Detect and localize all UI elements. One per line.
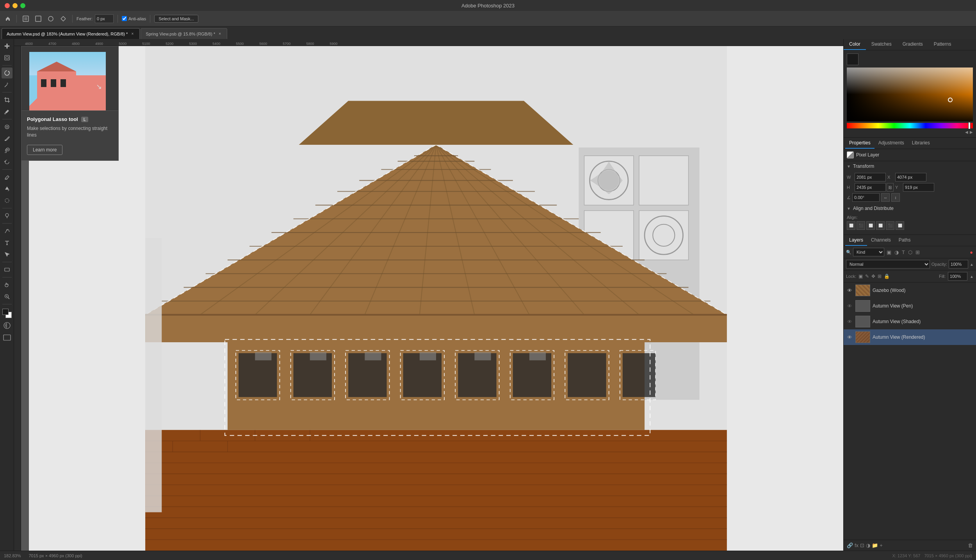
tab-patterns[interactable]: Patterns xyxy=(928,39,957,50)
close-button[interactable] xyxy=(5,3,10,8)
text-tool[interactable] xyxy=(2,237,12,248)
learn-more-button[interactable]: Learn more xyxy=(27,145,62,155)
layer-item-shaded[interactable]: 👁 Autumn View (Shaded) xyxy=(844,314,976,329)
tool-select-btn[interactable] xyxy=(21,14,31,23)
x-input[interactable] xyxy=(895,173,926,181)
foreground-color[interactable] xyxy=(2,309,9,315)
layer-visibility-1[interactable]: 👁 xyxy=(846,288,853,293)
hue-slider[interactable] xyxy=(847,123,973,128)
layer-filter-select[interactable]: Kind Name Effect Mode xyxy=(853,248,884,256)
layer-item-rendered[interactable]: 👁 Autumn View (Rendered) xyxy=(844,329,976,345)
anti-alias-checkbox[interactable] xyxy=(122,16,127,21)
align-right-button[interactable]: ⬜ xyxy=(866,221,875,230)
tab-layers[interactable]: Layers xyxy=(845,235,867,246)
lock-artboard-btn[interactable]: ⊞ xyxy=(878,274,882,279)
opacity-input[interactable] xyxy=(949,260,968,268)
layer-visibility-2[interactable]: 👁 xyxy=(846,303,853,309)
fill-input[interactable] xyxy=(948,272,967,281)
tab-adjustments[interactable]: Adjustments xyxy=(874,138,908,149)
tool-option-3[interactable] xyxy=(58,14,68,23)
tab-close-2[interactable]: × xyxy=(217,32,222,36)
eyedropper-tool[interactable] xyxy=(2,106,12,117)
color-swatch-preview[interactable] xyxy=(847,53,858,65)
layer-adjustment-btn[interactable]: ◑ xyxy=(865,542,871,549)
layer-visibility-4[interactable]: 👁 xyxy=(846,334,853,340)
width-input[interactable] xyxy=(855,173,886,181)
align-section-header[interactable]: ▼ Align and Distribute xyxy=(844,203,976,213)
layer-item-gazebo[interactable]: 👁 Gazebo (Wood) xyxy=(844,283,976,298)
blur-tool[interactable] xyxy=(2,195,12,206)
feather-input[interactable] xyxy=(95,14,114,23)
layer-item-pen[interactable]: 👁 Autumn View (Pen) xyxy=(844,298,976,314)
tab-gradients[interactable]: Gradients xyxy=(897,39,928,50)
link-chain-button[interactable]: ⛓ xyxy=(887,183,894,192)
select-mask-button[interactable]: Select and Mask... xyxy=(154,15,198,23)
hand-tool[interactable] xyxy=(2,279,12,290)
filter-smartobject-btn[interactable]: ⊞ xyxy=(915,249,921,256)
tab-color[interactable]: Color xyxy=(844,39,866,50)
minimize-button[interactable] xyxy=(12,3,18,8)
layer-mask-btn[interactable]: ⊡ xyxy=(859,542,865,549)
screen-mode-btn[interactable] xyxy=(3,333,11,343)
blend-mode-select[interactable]: Normal Multiply Screen Overlay Soft Ligh… xyxy=(846,260,930,268)
y-input[interactable] xyxy=(903,183,934,192)
lock-pixels-btn[interactable]: ✎ xyxy=(865,274,869,279)
healing-brush-tool[interactable] xyxy=(2,121,12,132)
transform-section-header[interactable]: ▼ Transform xyxy=(844,161,976,171)
canvas-viewport[interactable]: ↘ Polygonal Lasso tool L Make selections… xyxy=(21,46,843,551)
tab-close-1[interactable]: × xyxy=(130,32,135,36)
history-brush-tool[interactable] xyxy=(2,156,12,167)
angle-input[interactable] xyxy=(852,193,880,202)
artboard-tool[interactable] xyxy=(2,52,12,63)
home-button[interactable] xyxy=(3,15,12,23)
align-bottom-button[interactable]: ⬜ xyxy=(896,221,904,230)
align-left-button[interactable]: ⬜ xyxy=(847,221,855,230)
tab-properties[interactable]: Properties xyxy=(845,138,874,149)
tab-channels[interactable]: Channels xyxy=(867,235,895,246)
tool-option-2[interactable] xyxy=(46,14,56,23)
eraser-tool[interactable] xyxy=(2,172,12,183)
align-top-button[interactable]: ⬜ xyxy=(876,221,885,230)
filter-adjustment-btn[interactable]: ◑ xyxy=(894,249,899,256)
move-tool[interactable] xyxy=(2,41,12,52)
tab-swatches[interactable]: Swatches xyxy=(866,39,897,50)
layer-visibility-3[interactable]: 👁 xyxy=(846,319,853,325)
maximize-button[interactable] xyxy=(20,3,25,8)
tool-option-1[interactable] xyxy=(33,14,43,23)
color-gradient-picker[interactable] xyxy=(847,68,973,121)
flip-vertical-button[interactable]: ↕ xyxy=(891,193,900,202)
crop-tool[interactable] xyxy=(2,94,12,105)
path-selection-tool[interactable] xyxy=(2,249,12,260)
flip-horizontal-button[interactable]: ↔ xyxy=(881,193,890,202)
rectangle-tool[interactable] xyxy=(2,264,12,275)
layer-delete-btn[interactable]: 🗑 xyxy=(967,542,974,549)
lock-position-btn[interactable]: ✥ xyxy=(871,274,875,279)
lock-all-btn[interactable]: 🔒 xyxy=(884,274,890,279)
tab-libraries[interactable]: Libraries xyxy=(908,138,934,149)
pen-tool[interactable] xyxy=(2,226,12,236)
quick-mask-btn[interactable] xyxy=(3,321,11,331)
align-center-h-button[interactable]: ⬛ xyxy=(857,221,865,230)
lock-transparent-btn[interactable]: ▣ xyxy=(858,274,863,279)
dodge-tool[interactable] xyxy=(2,210,12,221)
paint-bucket-tool[interactable] xyxy=(2,183,12,194)
filter-active-toggle[interactable]: ● xyxy=(969,249,974,256)
tab-spring-view[interactable]: Spring View.psb @ 15.8% (RGB/8) * × xyxy=(141,28,227,39)
lasso-tool[interactable] xyxy=(2,68,12,78)
filter-type-btn[interactable]: T xyxy=(901,249,906,256)
clone-stamp-tool[interactable] xyxy=(2,145,12,156)
filter-shape-btn[interactable]: ⬡ xyxy=(907,249,913,256)
zoom-tool[interactable] xyxy=(2,291,12,302)
layer-add-btn[interactable]: + xyxy=(879,542,883,549)
layer-fx-btn[interactable]: fx xyxy=(854,542,859,549)
height-input[interactable] xyxy=(855,183,886,192)
tab-autumn-view[interactable]: Autumn View.psd @ 183% (Autumn View (Ren… xyxy=(2,28,140,39)
align-center-v-button[interactable]: ⬛ xyxy=(886,221,894,230)
brush-tool[interactable] xyxy=(2,133,12,144)
h-label: H xyxy=(847,185,853,190)
layer-group-btn[interactable]: 📁 xyxy=(871,542,879,549)
magic-wand-tool[interactable] xyxy=(2,79,12,90)
layer-link-btn[interactable]: 🔗 xyxy=(846,542,854,549)
tab-paths[interactable]: Paths xyxy=(895,235,915,246)
filter-pixel-btn[interactable]: ▣ xyxy=(886,249,892,256)
